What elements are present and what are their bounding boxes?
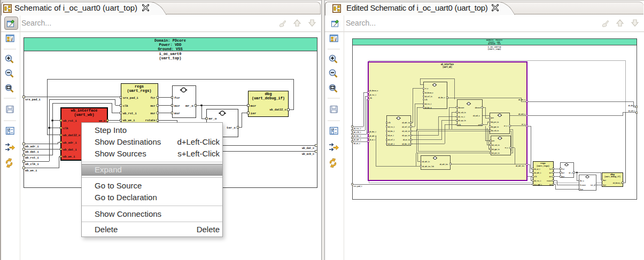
svg-text:msr: msr <box>150 112 156 115</box>
svg-text:fcr: fcr <box>174 96 180 100</box>
svg-text:(uart_regs): (uart_regs) <box>537 165 549 167</box>
svg-text:wb_stb_is: wb_stb_is <box>402 130 409 132</box>
svg-text:wb_we_i: wb_we_i <box>63 155 75 159</box>
svg-text:wb_ack_o: wb_ack_o <box>302 153 314 156</box>
svg-text:Ground: VSS: Ground: VSS <box>488 43 501 45</box>
svg-text:wb_adr_is: wb_adr_is <box>402 122 409 124</box>
svg-text:wb_dat_o: wb_dat_o <box>438 97 445 99</box>
svg-text:dbg: dbg <box>610 174 615 176</box>
svg-text:Power: VDD: Power: VDD <box>159 43 181 47</box>
svg-text:wb_pre_in: wb_pre_in <box>492 152 500 154</box>
svg-text:ier_o: ier_o <box>591 184 595 186</box>
svg-text:mcr: mcr <box>549 172 552 174</box>
svg-text:wb_adr_i: wb_adr_i <box>388 143 395 145</box>
svg-text:wb_dat32_o: wb_dat32_o <box>613 182 622 184</box>
svg-text:wb_stb_in: wb_stb_in <box>459 112 466 114</box>
svg-text:msr: msr <box>174 112 180 115</box>
svg-text:wb_we_i: wb_we_i <box>354 143 360 145</box>
svg-text:wre: wre <box>492 140 495 142</box>
svg-text:wb_sel_is: wb_sel_is <box>425 96 432 98</box>
svg-text:(uart_wb): (uart_wb) <box>74 113 95 117</box>
svg-text:mr_o: mr_o <box>209 117 218 121</box>
svg-text:wb_clk_i: wb_clk_i <box>354 131 361 133</box>
svg-text:wb_we_i: wb_we_i <box>534 168 540 170</box>
svg-text:wb_adr_i: wb_adr_i <box>354 139 361 141</box>
svg-text:mcr: mcr <box>150 105 156 108</box>
svg-text:srx_pad_i: srx_pad_i <box>25 98 41 101</box>
svg-text:wb_sel_i: wb_sel_i <box>388 139 395 141</box>
svg-text:rstate: rstate <box>580 185 586 186</box>
svg-text:clk: clk <box>388 122 391 124</box>
svg-text:wb_stb_in: wb_stb_in <box>491 130 499 132</box>
svg-text:wre: wre <box>491 117 494 119</box>
svg-text:clk: clk <box>459 124 461 126</box>
svg-text:wbstate: wbstate <box>475 107 481 109</box>
svg-text:(uart_wb): (uart_wb) <box>443 66 452 68</box>
svg-text:wb_adr_int: wb_adr_int <box>516 165 524 167</box>
svg-text:wb_we_i: wb_we_i <box>25 169 37 172</box>
svg-text:wb_sel_is: wb_sel_is <box>402 126 409 128</box>
svg-text:wb_we_i: wb_we_i <box>369 139 375 141</box>
svg-text:ier: ier <box>549 184 552 186</box>
svg-text:wb_adr_int: wb_adr_int <box>440 163 448 166</box>
svg-text:srx_pad_i: srx_pad_i <box>123 97 138 100</box>
svg-text:wb_ppe_in: wb_ppe_in <box>491 126 499 128</box>
svg-text:fcr: fcr <box>549 168 552 170</box>
svg-text:dbg: dbg <box>265 92 272 96</box>
svg-text:clk: clk <box>425 99 428 101</box>
svg-text:clk: clk <box>369 97 372 99</box>
svg-text:mcr: mcr <box>174 104 180 108</box>
svg-text:wb_dat_o: wb_dat_o <box>629 105 635 107</box>
svg-text:wb_rst_i: wb_rst_i <box>534 180 541 182</box>
svg-text:rstate: rstate <box>547 180 552 182</box>
svg-text:clk: clk <box>63 127 68 130</box>
svg-text:wb_ack_o: wb_ack_o <box>518 113 525 115</box>
svg-text:wb_dat32_o: wb_dat32_o <box>369 90 378 92</box>
svg-text:wb_rst_i: wb_rst_i <box>123 112 137 115</box>
svg-text:wb_we_is: wb_we_is <box>403 139 410 141</box>
svg-text:clk: clk <box>123 105 128 108</box>
svg-text:Ground: VSS: Ground: VSS <box>158 47 182 51</box>
svg-text:srx_pad_i: srx_pad_i <box>354 185 362 187</box>
svg-text:ier: ier <box>251 112 257 115</box>
svg-text:ter_o: ter_o <box>227 126 236 130</box>
svg-text:ier: ier <box>603 184 606 186</box>
svg-text:wb_interface: wb_interface <box>71 108 98 113</box>
svg-text:wb_rst_i: wb_rst_i <box>425 103 432 105</box>
svg-text:wb_adr_is: wb_adr_is <box>422 161 430 163</box>
svg-text:wb_dat_i: wb_dat_i <box>354 135 361 137</box>
svg-text:wb_adr_i: wb_adr_i <box>534 172 541 174</box>
svg-text:wb_dat_p: wb_dat_p <box>425 107 432 109</box>
svg-text:wre: wre <box>478 124 481 126</box>
svg-text:wb_cyc_is: wb_cyc_is <box>402 135 409 137</box>
svg-text:wb_dat_i: wb_dat_i <box>388 130 395 132</box>
svg-text:wb_rst_i: wb_rst_i <box>354 128 361 130</box>
svg-text:wb_dat_i: wb_dat_i <box>369 131 376 133</box>
svg-text:wb_dat32_o: wb_dat32_o <box>425 92 433 94</box>
svg-text:wb_dat_i: wb_dat_i <box>63 148 77 152</box>
svg-text:wb_rst_i: wb_rst_i <box>388 126 395 128</box>
svg-text:srx_pad_i: srx_pad_i <box>534 184 542 186</box>
svg-text:wb_dat_o: wb_dat_o <box>302 147 314 150</box>
svg-text:(uart_debug_if): (uart_debug_if) <box>252 96 285 100</box>
svg-text:mr_o: mr_o <box>569 172 573 174</box>
svg-text:wb_rst_i: wb_rst_i <box>25 156 39 160</box>
svg-text:mcr: mcr <box>603 180 606 182</box>
svg-text:Domain: PDcore: Domain: PDcore <box>154 38 186 43</box>
svg-text:(uart_debug_if): (uart_debug_if) <box>604 176 620 178</box>
svg-text:wb_dat_i: wb_dat_i <box>25 151 39 154</box>
svg-text:(uart_regs): (uart_regs) <box>127 89 152 93</box>
svg-text:re_o: re_o <box>505 147 508 149</box>
svg-text:sr_o: sr_o <box>425 88 428 90</box>
svg-text:wb_ack_o: wb_ack_o <box>629 110 635 112</box>
svg-text:wr_o: wr_o <box>504 125 507 127</box>
svg-text:mr_o: mr_o <box>580 180 584 182</box>
svg-text:clk: clk <box>534 176 537 178</box>
svg-text:wb_pre_in: wb_pre_in <box>491 121 499 123</box>
svg-text:wb_dat32_o: wb_dat32_o <box>270 108 287 112</box>
svg-text:wb_ppe_in: wb_ppe_in <box>492 148 500 151</box>
svg-text:wb_ack_o: wb_ack_o <box>473 115 480 117</box>
svg-text:i_oc_uart0: i_oc_uart0 <box>159 52 181 56</box>
svg-text:wb_rst_i: wb_rst_i <box>459 116 465 118</box>
svg-text:fcr: fcr <box>150 97 156 100</box>
